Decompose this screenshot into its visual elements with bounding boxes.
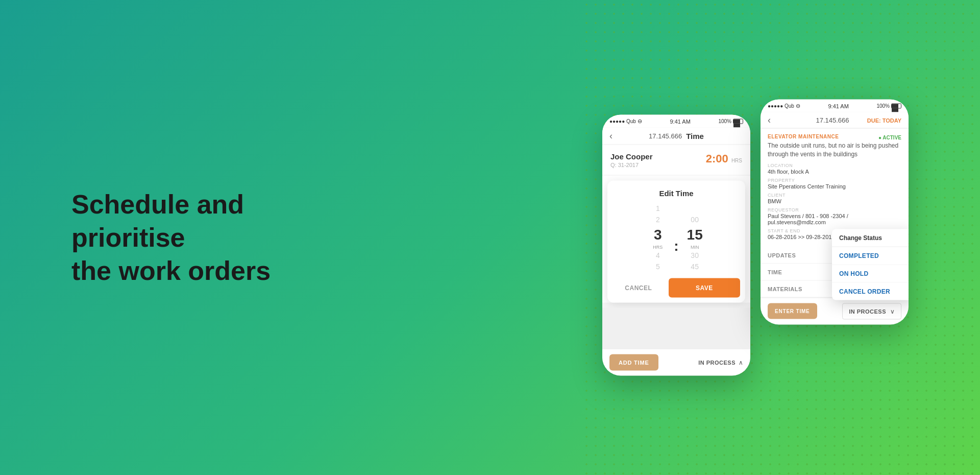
phone1-footer: ADD TIME IN PROCESS ∧: [602, 349, 750, 376]
phone1-time: 9:41 AM: [670, 118, 690, 124]
phone1-body-gray: [602, 308, 750, 349]
phone2-signal-dots: ●●●●● Qub: [768, 103, 794, 109]
hours-item-2: 2: [644, 214, 672, 225]
change-status-completed[interactable]: COMPLETED: [832, 247, 909, 265]
field-requestor: Requestor Paul Stevens / 801 - 908 -2304…: [768, 207, 901, 225]
minutes-label: MIN: [691, 245, 699, 250]
phone2-nav-bar: ‹ 17.145.666 DUE: TODAY: [761, 112, 909, 129]
save-button[interactable]: SAVE: [669, 278, 740, 298]
phone2-status-chip[interactable]: IN PROCESS ∨: [842, 303, 901, 319]
phone1-wifi-icon: ⊖: [638, 118, 642, 125]
phone2-inner: ●●●●● Qub ⊖ 9:41 AM 100% ‹ 17.145.666 DU…: [761, 100, 909, 325]
phone2-time: 9:41 AM: [828, 103, 848, 109]
hours-item-1: 1: [644, 203, 672, 214]
minutes-item-4: 30: [681, 250, 709, 261]
minutes-item-1: [681, 203, 709, 214]
phone1: ●●●●● Qub ⊖ 9:41 AM 100% ‹ 17.145.666 Ti…: [602, 115, 750, 376]
work-order-description: The outside unit runs, but no air is bei…: [768, 141, 901, 159]
phone1-nav-title: Time: [686, 132, 704, 140]
phone2-wifi-icon: ⊖: [796, 103, 800, 109]
phone2-battery: 100%: [876, 103, 901, 109]
field-property-value: Site Pperations Center Training: [768, 183, 901, 189]
phone1-battery-icon: [733, 118, 743, 124]
time-entry-row: Joe Cooper Q: 31-2017 2:00 HRS: [602, 145, 750, 176]
phone2-signal: ●●●●● Qub ⊖: [768, 103, 800, 109]
change-status-title: Change Status: [832, 229, 909, 247]
hours-picker-col[interactable]: 1 2 3 HRS 4 5: [644, 203, 672, 272]
phones-container: ●●●●● Qub ⊖ 9:41 AM 100% ‹ 17.145.666 Ti…: [602, 100, 909, 376]
phone2-battery-icon: [891, 103, 901, 108]
phone1-status-text: IN PROCESS: [698, 360, 736, 366]
phone1-nav-bar: ‹ 17.145.666 Time: [602, 128, 750, 145]
phone2: ●●●●● Qub ⊖ 9:41 AM 100% ‹ 17.145.666 DU…: [761, 100, 909, 325]
minutes-picker-col[interactable]: 00 15 MIN 30 45: [681, 203, 709, 272]
enter-time-button[interactable]: ENTER TIME: [768, 303, 817, 319]
phone2-status-arrow: ∨: [890, 307, 895, 315]
minutes-item-active: 15: [681, 225, 709, 245]
work-order-category: ELEVATOR MAINTENANCE: [768, 134, 839, 139]
phone1-order-id: 17.145.666: [649, 132, 682, 140]
phone1-signal: ●●●●● Qub ⊖: [609, 118, 642, 125]
phone2-status-text: IN PROCESS: [849, 308, 886, 314]
field-requestor-value: Paul Stevens / 801 - 908 -2304 / pul.ste…: [768, 212, 901, 225]
work-order-status-badge: ● ACTIVE: [878, 135, 901, 140]
time-separator: :: [674, 219, 678, 256]
time-sep-symbol: :: [674, 238, 678, 254]
hero-line2: the work orders: [71, 254, 357, 288]
field-client: Client BMW: [768, 192, 901, 204]
phone2-footer: ENTER TIME IN PROCESS ∨ Change Status CO…: [761, 297, 909, 324]
field-location-label: Location: [768, 162, 901, 168]
minutes-item-2: 00: [681, 214, 709, 225]
phone2-battery-pct: 100%: [876, 103, 890, 109]
phone1-battery: 100%: [718, 118, 743, 124]
phone2-status-bar: ●●●●● Qub ⊖ 9:41 AM 100%: [761, 100, 909, 112]
change-status-cancel[interactable]: CANCEL ORDER: [832, 282, 909, 300]
add-time-button[interactable]: ADD TIME: [609, 354, 658, 371]
time-picker: 1 2 3 HRS 4 5 :: [612, 203, 740, 272]
phone1-status-bar: ●●●●● Qub ⊖ 9:41 AM 100%: [602, 115, 750, 128]
phone1-signal-dots: ●●●●● Qub: [609, 118, 636, 124]
change-status-on-hold[interactable]: ON HOLD: [832, 265, 909, 282]
hours-item-4: 4: [644, 250, 672, 261]
phone1-status-arrow: ∧: [739, 359, 743, 366]
edit-time-title: Edit Time: [612, 189, 740, 198]
phone2-due-label: DUE: TODAY: [867, 117, 901, 123]
hours-item-5: 5: [644, 261, 672, 272]
hero-line1: Schedule and prioritise: [71, 188, 357, 254]
minutes-item-5: 45: [681, 261, 709, 272]
field-property: Property Site Pperations Center Training: [768, 177, 901, 189]
field-location: Location 4th floor, block A: [768, 162, 901, 174]
hours-label: HRS: [653, 245, 663, 250]
edit-time-modal: Edit Time 1 2 3 HRS 4 5: [607, 181, 745, 303]
hours-item-active: 3: [644, 225, 672, 245]
hero-text: Schedule and prioritise the work orders: [71, 188, 357, 288]
field-location-value: 4th floor, block A: [768, 168, 901, 174]
field-requestor-label: Requestor: [768, 207, 901, 212]
phone2-order-id: 17.145.666: [816, 116, 849, 124]
field-client-value: BMW: [768, 198, 901, 204]
time-entry-hours: 2:00 HRS: [706, 152, 742, 165]
phone1-battery-pct: 100%: [718, 118, 731, 124]
phone1-back-button[interactable]: ‹: [609, 131, 612, 141]
field-client-label: Client: [768, 192, 901, 197]
time-entry-hours-label: HRS: [731, 158, 742, 163]
field-property-label: Property: [768, 177, 901, 182]
phone1-status-chip[interactable]: IN PROCESS ∧: [698, 359, 743, 366]
cancel-button[interactable]: CANCEL: [612, 278, 665, 298]
change-status-dropdown: Change Status COMPLETED ON HOLD CANCEL O…: [832, 229, 909, 300]
phone1-content: Joe Cooper Q: 31-2017 2:00 HRS Edit Time…: [602, 145, 750, 303]
phone1-inner: ●●●●● Qub ⊖ 9:41 AM 100% ‹ 17.145.666 Ti…: [602, 115, 750, 376]
phone2-back-button[interactable]: ‹: [768, 115, 771, 126]
time-entry-hours-value: 2:00: [706, 152, 728, 165]
modal-buttons: CANCEL SAVE: [612, 278, 740, 298]
